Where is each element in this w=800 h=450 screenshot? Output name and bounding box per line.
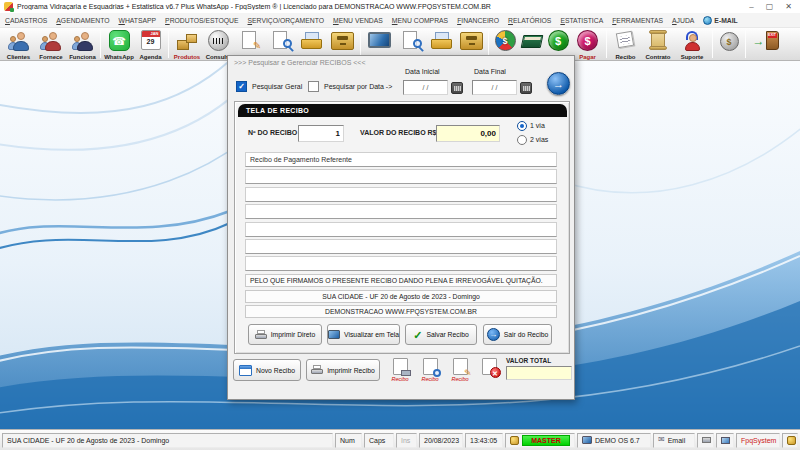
via-2-label: 2 vias (530, 136, 548, 143)
toolbar-moeda-button[interactable]: $ (715, 28, 743, 61)
excluir-recibo-mini-button[interactable]: ✕ (477, 358, 501, 376)
menu-ajuda[interactable]: AJUDA (672, 17, 694, 24)
toolbar-funcionarios-button[interactable]: Funciona (67, 28, 98, 61)
calendar-icon: JAN 29 (141, 30, 161, 50)
quitacao-line: PELO QUE FIRMAMOS O PRESENTE RECIBO DAND… (245, 274, 557, 287)
recibo-text-row[interactable] (245, 169, 557, 184)
status-num: Num (335, 433, 362, 448)
menubar: CADASTROS AGENDAMENTO WHATSAPP PRODUTOS/… (0, 13, 800, 27)
toolbar-fornecedores-button[interactable]: Fornece (35, 28, 67, 61)
via-2-radio[interactable] (517, 135, 527, 145)
valor-total-input[interactable] (506, 366, 572, 380)
panel-header: TELA DE RECIBO (238, 104, 567, 117)
valor-recibo-input[interactable] (436, 125, 500, 142)
barcode-search-icon (208, 30, 229, 51)
recibo-text-row[interactable]: Recibo de Pagamento Referente (245, 152, 557, 167)
key-icon (787, 436, 796, 445)
via-1-radio[interactable] (517, 121, 527, 131)
status-time: 13:43:05 (465, 433, 503, 448)
menu-produtos-estoque[interactable]: PRODUTOS/ESTOQUE (165, 17, 238, 24)
data-inicial-calendar-button[interactable] (451, 82, 463, 94)
numero-recibo-input[interactable] (298, 125, 344, 142)
app-logo-icon (4, 2, 13, 11)
support-agent-icon (681, 30, 703, 52)
screen-icon (328, 330, 340, 339)
status-email[interactable]: ✉ Email (653, 433, 695, 448)
menu-vendas[interactable]: MENU VENDAS (333, 17, 383, 24)
recibo-text-row[interactable] (245, 222, 557, 237)
toolbar-clientes-button[interactable]: Clientes (2, 28, 35, 61)
recibo-text-row[interactable] (245, 239, 557, 254)
menu-cadastros[interactable]: CADASTROS (5, 17, 47, 24)
data-final-calendar-button[interactable] (520, 82, 532, 94)
toolbar-suporte-button[interactable]: Suporte (674, 28, 710, 61)
visualizar-em-tela-button[interactable]: Visualizar em Tela (327, 324, 400, 345)
archive-drawer-icon (460, 32, 483, 50)
toolbar-separator (745, 30, 746, 58)
toolbar-separator (488, 30, 489, 58)
novo-recibo-button[interactable]: Novo Recibo (233, 359, 301, 381)
status-printer (697, 433, 714, 448)
blue-arrow-icon: → (487, 328, 500, 341)
toolbar-agenda-button[interactable]: JAN 29 Agenda (135, 28, 166, 61)
sair-do-recibo-button[interactable]: → Sair do Recibo (483, 324, 552, 345)
recibo-text-row[interactable] (245, 204, 557, 219)
pay-dollar-icon: $ (577, 30, 598, 51)
visualizar-recibo-mini-button[interactable]: Recibo (418, 358, 442, 382)
status-cidade: SUA CIDADE - UF 20 de Agosto de 2023 - D… (2, 433, 333, 448)
printer-icon (702, 437, 711, 443)
toolbar-produtos-button[interactable]: Produtos (171, 28, 203, 61)
toolbar-recibo-button[interactable]: Recibo (609, 28, 642, 61)
menu-whatsapp[interactable]: WHATSAPP (118, 17, 156, 24)
pesquisar-geral-checkbox[interactable]: ✓ (236, 81, 247, 92)
menu-financeiro[interactable]: FINANCEIRO (457, 17, 499, 24)
edit-document-icon: ✎ (453, 358, 468, 375)
status-date: 20/08/2023 (419, 433, 463, 448)
pesquisar-go-button[interactable]: → (547, 72, 570, 95)
titlebar: Programa Vidraçaria e Esquadrias + Estat… (0, 0, 800, 13)
recibo-text-row[interactable] (245, 187, 557, 202)
status-brand: FpqSystem (736, 433, 780, 448)
menu-email[interactable]: E-MAIL (703, 16, 737, 25)
minimize-button[interactable]: – (749, 2, 753, 11)
data-final-input[interactable] (472, 80, 517, 95)
statusbar: SUA CIDADE - UF 20 de Agosto de 2023 - D… (0, 429, 800, 450)
menu-relatorios[interactable]: RELATÓRIOS (508, 17, 551, 24)
menu-compras[interactable]: MENU COMPRAS (392, 17, 448, 24)
monitor-icon (368, 32, 391, 48)
open-folder-icon (300, 30, 323, 51)
clients-icon (7, 30, 31, 52)
menu-servico-orcamento[interactable]: SERVIÇO/ORÇAMENTO (248, 17, 324, 24)
salvar-recibo-button[interactable]: ✓ Salvar Recibo (405, 324, 477, 345)
status-sistema: DEMO OS 6.7 (577, 433, 651, 448)
toolbar-pagar-button[interactable]: $ Pagar (571, 28, 604, 61)
pesquisar-por-data-checkbox[interactable] (308, 81, 319, 92)
toolbar-separator (168, 30, 169, 58)
view-document-icon (423, 358, 438, 375)
data-inicial-input[interactable] (403, 80, 448, 95)
data-inicial-label: Data Inicial (405, 68, 440, 75)
menu-agendamento[interactable]: AGENDAMENTO (56, 17, 109, 24)
coin-icon: $ (720, 32, 739, 51)
maximize-button[interactable]: ▢ (766, 2, 774, 11)
recibo-text-row[interactable] (245, 256, 557, 271)
imprimir-recibo-button[interactable]: Imprimir Recibo (306, 359, 380, 381)
printer-icon (311, 365, 323, 375)
edit-note-icon: ✎ (239, 30, 261, 51)
master-badge: MASTER (522, 435, 570, 446)
imprimir-recibo-mini-button[interactable]: Recibo (388, 358, 412, 382)
status-extra (782, 433, 798, 448)
menu-estatistica[interactable]: ESTATISTICA (560, 17, 603, 24)
close-button[interactable]: ✕ (785, 2, 792, 11)
toolbar-sair-button[interactable]: EXIT → (748, 28, 784, 61)
products-boxes-icon (175, 30, 199, 51)
delete-document-icon: ✕ (482, 358, 497, 375)
toolbar-whatsapp-button[interactable]: ☎ WhatsApp (103, 28, 135, 61)
display-icon (721, 437, 730, 444)
toolbar-contrato-button[interactable]: Contrato (642, 28, 674, 61)
status-display (716, 433, 734, 448)
status-ins: Ins (396, 433, 417, 448)
editar-recibo-mini-button[interactable]: ✎ Recibo (448, 358, 472, 382)
imprimir-direto-button[interactable]: Imprimir Direto (248, 324, 322, 345)
menu-ferramentas[interactable]: FERRAMENTAS (612, 17, 663, 24)
